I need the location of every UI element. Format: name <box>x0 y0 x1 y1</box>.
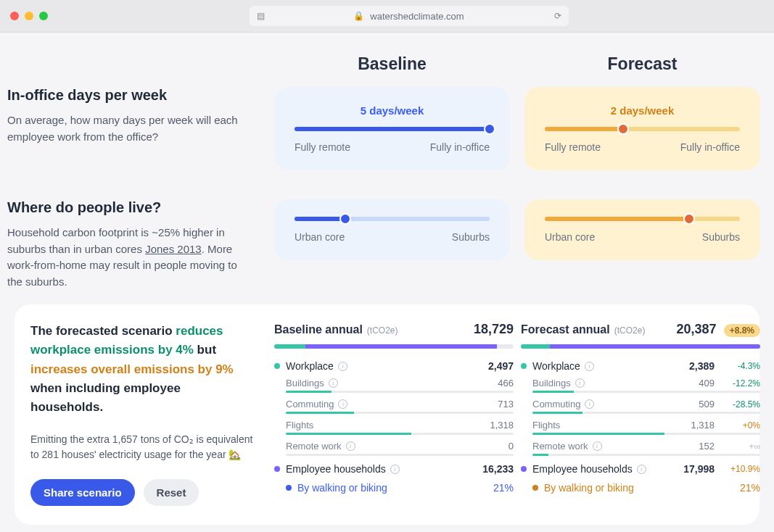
legend-dot-icon <box>274 363 280 369</box>
slider-end-left: Fully remote <box>545 141 601 153</box>
slider-panel-live-forecast: Urban core Suburbs <box>524 199 760 260</box>
slider-panel-office-forecast: 2 days/week Fully remote Fully in-office <box>524 87 760 170</box>
annual-unit: (tCO2e) <box>367 325 398 336</box>
walking-row: By walking or biking 21% <box>521 482 760 494</box>
slider-thumb[interactable] <box>617 123 629 135</box>
url-text: watershedclimate.com <box>370 11 464 22</box>
info-icon[interactable]: i <box>338 362 347 371</box>
annual-total: 20,387 <box>677 322 717 337</box>
subrow-remote: Remote worki0 <box>286 441 514 452</box>
info-icon[interactable]: i <box>585 399 594 409</box>
refresh-icon[interactable]: ⟳ <box>554 11 561 21</box>
reset-button[interactable]: Reset <box>144 479 199 506</box>
category-households: Employee households i 16,233 <box>274 463 514 475</box>
legend-dot-icon <box>521 363 527 369</box>
legend-dot-icon <box>532 485 538 491</box>
info-icon[interactable]: i <box>390 465 400 474</box>
summary-paragraph: Emitting the extra 1,657 tons of CO₂ is … <box>30 432 254 463</box>
slider-live-forecast[interactable] <box>545 217 740 221</box>
slider-office-baseline[interactable] <box>295 127 490 131</box>
sidebar-toggle-icon[interactable]: ▤ <box>257 11 265 21</box>
subrow-commuting: Commutingi713 <box>286 399 514 410</box>
slider-thumb[interactable] <box>683 213 695 225</box>
annual-title: Baseline annual <box>274 323 363 336</box>
slider-end-left: Fully remote <box>295 141 350 153</box>
slider-thumb[interactable] <box>339 213 351 225</box>
subrow-flights: Flights1,318 <box>286 420 514 431</box>
subrow-remote: Remote worki152+∞ <box>532 441 760 452</box>
annual-unit: (tCO2e) <box>614 325 646 336</box>
stacked-bar <box>521 344 760 349</box>
column-header-baseline: Baseline <box>267 54 517 74</box>
row-title-live: Where do people live? <box>7 199 245 216</box>
slider-office-forecast[interactable] <box>545 127 740 131</box>
annual-title: Forecast annual <box>521 323 610 336</box>
slider-end-left: Urban core <box>545 231 595 243</box>
slider-end-right: Fully in-office <box>680 141 740 153</box>
annual-baseline-panel: Baseline annual (tCO2e) 18,729 Workplace… <box>274 322 514 506</box>
category-households: Employee households i 17,998 +10.9% <box>521 463 760 475</box>
subrow-flights: Flights1,318+0% <box>532 420 760 431</box>
info-icon[interactable]: i <box>329 378 338 388</box>
address-bar[interactable]: ▤ 🔒 watershedclimate.com ⟳ <box>250 6 569 26</box>
annual-total: 18,729 <box>474 322 514 337</box>
slider-value-label: 5 days/week <box>295 104 490 117</box>
delta-badge: +8.8% <box>724 324 760 337</box>
summary-headline: The forecasted scenario reduces workplac… <box>30 322 254 417</box>
minimize-window-icon[interactable] <box>25 12 33 20</box>
info-icon[interactable]: i <box>346 441 355 451</box>
slider-live-baseline[interactable] <box>295 217 490 221</box>
slider-panel-live-baseline: Urban core Suburbs <box>274 199 510 260</box>
legend-dot-icon <box>521 466 527 472</box>
subrow-buildings: Buildingsi466 <box>286 378 514 388</box>
legend-dot-icon <box>274 466 280 472</box>
close-window-icon[interactable] <box>10 12 19 20</box>
maximize-window-icon[interactable] <box>39 12 48 20</box>
share-scenario-button[interactable]: Share scenario <box>30 479 135 506</box>
row-desc-office: On average, how many days per week will … <box>7 112 245 145</box>
subrow-commuting: Commutingi509-28.5% <box>532 399 760 410</box>
info-icon[interactable]: i <box>593 441 602 451</box>
info-icon[interactable]: i <box>585 362 594 371</box>
info-icon[interactable]: i <box>575 378 585 388</box>
walking-row: By walking or biking 21% <box>274 482 514 494</box>
annual-forecast-panel: Forecast annual (tCO2e) 20,387 +8.8% Wor… <box>521 322 760 506</box>
slider-thumb[interactable] <box>484 123 495 135</box>
legend-dot-icon <box>286 485 292 491</box>
browser-chrome: ▤ 🔒 watershedclimate.com ⟳ <box>0 0 774 33</box>
category-workplace: Workplace i 2,389 -4.3% <box>521 360 760 372</box>
column-header-forecast: Forecast <box>517 54 767 74</box>
slider-end-right: Suburbs <box>702 231 740 243</box>
subrow-buildings: Buildingsi409-12.2% <box>532 378 760 388</box>
lock-icon: 🔒 <box>353 11 364 21</box>
category-workplace: Workplace i 2,497 <box>274 360 514 372</box>
stacked-bar <box>274 344 514 349</box>
slider-end-right: Suburbs <box>452 231 490 243</box>
slider-panel-office-baseline: 5 days/week Fully remote Fully in-office <box>274 87 510 170</box>
slider-end-right: Fully in-office <box>430 141 490 153</box>
info-icon[interactable]: i <box>637 465 646 474</box>
slider-end-left: Urban core <box>295 231 345 243</box>
info-icon[interactable]: i <box>338 399 347 409</box>
slider-value-label: 2 days/week <box>545 104 740 117</box>
row-desc-live: Household carbon footprint is ~25% highe… <box>7 225 245 290</box>
summary-card: The forecasted scenario reduces workplac… <box>15 304 759 525</box>
citation-link[interactable]: Jones 2013 <box>145 243 202 255</box>
row-title-office: In-office days per week <box>7 87 245 104</box>
